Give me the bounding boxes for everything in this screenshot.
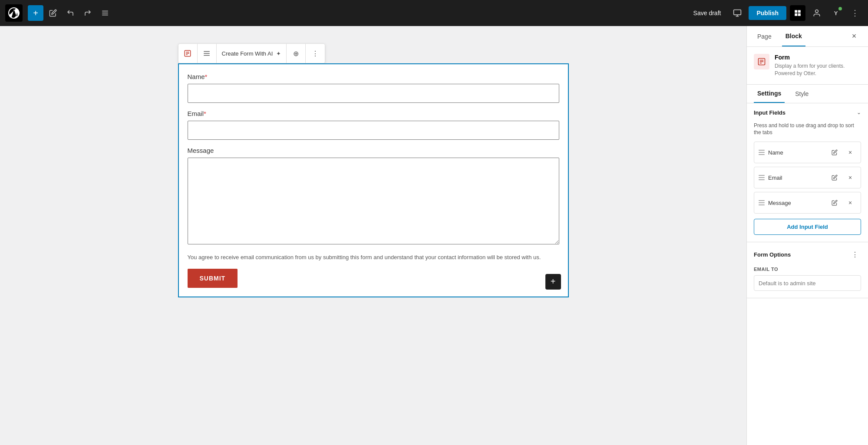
form-block: Name* Email* Message bbox=[178, 63, 569, 297]
svg-rect-6 bbox=[795, 10, 797, 13]
pencil-edit-message-icon bbox=[832, 200, 838, 206]
add-block-button[interactable]: + bbox=[28, 5, 43, 21]
align-button[interactable] bbox=[198, 44, 217, 63]
undo-button[interactable] bbox=[63, 5, 78, 21]
topbar: + Save draft bbox=[0, 0, 868, 26]
message-textarea[interactable] bbox=[188, 158, 559, 244]
create-form-label: Create Form With AI ✦ bbox=[217, 44, 287, 63]
form-icon bbox=[184, 49, 191, 57]
field-name-email: Email bbox=[768, 175, 825, 181]
field-item-message: Message × bbox=[754, 192, 861, 214]
more-block-options-button[interactable]: ⋮ bbox=[306, 44, 325, 63]
editor-content: Create Form With AI ✦ ⊕ ⋮ Name* bbox=[178, 43, 569, 428]
drag-handle-name[interactable] bbox=[759, 150, 765, 155]
chevron-up-icon: ⌄ bbox=[857, 109, 861, 115]
block-info-title: Form bbox=[775, 54, 861, 61]
save-draft-button[interactable]: Save draft bbox=[688, 7, 726, 19]
more-options-icon: ⋮ bbox=[312, 49, 319, 58]
field-remove-email-button[interactable]: × bbox=[844, 171, 856, 184]
email-label: Email* bbox=[188, 110, 559, 117]
list-view-button[interactable] bbox=[97, 5, 113, 21]
field-edit-email-button[interactable] bbox=[828, 171, 841, 184]
align-icon bbox=[203, 49, 211, 57]
plus-inline-icon: + bbox=[551, 277, 556, 287]
input-fields-hint: Press and hold to use drag and drop to s… bbox=[754, 122, 861, 137]
editor-area: Create Form With AI ✦ ⊕ ⋮ Name* bbox=[0, 26, 746, 445]
right-sidebar: Page Block × Form Display a form for you… bbox=[746, 26, 868, 445]
form-icon-button[interactable] bbox=[178, 44, 198, 63]
svg-rect-9 bbox=[798, 13, 801, 16]
field-edit-message-button[interactable] bbox=[828, 197, 841, 209]
name-label: Name* bbox=[188, 73, 559, 80]
move-icon: ⊕ bbox=[293, 49, 299, 58]
add-block-inline-button[interactable]: + bbox=[545, 274, 561, 290]
drag-handle-email[interactable] bbox=[759, 175, 765, 180]
name-field-group: Name* bbox=[188, 73, 559, 103]
user-button[interactable] bbox=[809, 5, 825, 21]
email-to-label: EMAIL TO bbox=[754, 267, 861, 272]
more-options-button[interactable]: ⋮ bbox=[847, 5, 863, 21]
redo-button[interactable] bbox=[80, 5, 96, 21]
plus-icon: + bbox=[33, 8, 38, 18]
email-label-text: Email bbox=[188, 110, 204, 117]
pencil-edit-icon bbox=[832, 149, 838, 155]
tab-settings[interactable]: Settings bbox=[754, 85, 785, 103]
yoast-badge bbox=[838, 7, 842, 10]
input-fields-title: Input Fields bbox=[754, 109, 785, 116]
topbar-right: Save draft Publish Y bbox=[688, 5, 863, 21]
input-fields-body: Press and hold to use drag and drop to s… bbox=[747, 122, 868, 242]
block-toolbar: Create Form With AI ✦ ⊕ ⋮ bbox=[178, 43, 326, 63]
edit-button[interactable] bbox=[45, 5, 61, 21]
svg-rect-3 bbox=[734, 10, 741, 15]
close-message-icon: × bbox=[848, 199, 852, 206]
field-remove-name-button[interactable]: × bbox=[844, 146, 856, 158]
consent-text: You agree to receive email communication… bbox=[188, 253, 559, 262]
block-view-button[interactable] bbox=[790, 5, 805, 21]
ellipsis-vertical-icon: ⋮ bbox=[851, 8, 859, 18]
input-fields-section: Input Fields ⌄ Press and hold to use dra… bbox=[747, 103, 868, 243]
yoast-button[interactable]: Y bbox=[828, 5, 844, 21]
pencil-edit-email-icon bbox=[832, 175, 838, 181]
block-info-icon bbox=[754, 54, 769, 69]
yoast-icon: Y bbox=[834, 10, 838, 16]
block-info-text: Form Display a form for your clients. Po… bbox=[775, 54, 861, 77]
field-name-message: Message bbox=[768, 200, 825, 206]
submit-button[interactable]: SUBMIT bbox=[188, 269, 238, 288]
tab-style[interactable]: Style bbox=[792, 85, 812, 103]
field-remove-message-button[interactable]: × bbox=[844, 197, 856, 209]
drag-handle-message[interactable] bbox=[759, 200, 765, 205]
publish-button[interactable]: Publish bbox=[749, 6, 786, 20]
name-label-text: Name bbox=[188, 73, 205, 80]
field-name-name: Name bbox=[768, 149, 825, 156]
input-fields-section-header[interactable]: Input Fields ⌄ bbox=[747, 103, 868, 122]
message-label-text: Message bbox=[188, 147, 214, 154]
monitor-icon bbox=[733, 9, 742, 17]
email-to-section: EMAIL TO bbox=[747, 267, 868, 298]
form-options-header[interactable]: Form Options ⋮ bbox=[747, 242, 868, 267]
close-email-icon: × bbox=[848, 174, 852, 181]
form-options-title: Form Options bbox=[754, 251, 791, 258]
email-input[interactable] bbox=[188, 121, 559, 140]
name-input[interactable] bbox=[188, 84, 559, 103]
main-layout: Create Form With AI ✦ ⊕ ⋮ Name* bbox=[0, 26, 868, 445]
tab-block[interactable]: Block bbox=[782, 26, 805, 46]
list-view-icon bbox=[101, 9, 109, 17]
close-sidebar-button[interactable]: × bbox=[847, 30, 861, 43]
svg-rect-7 bbox=[798, 10, 801, 13]
block-icon bbox=[794, 9, 802, 17]
settings-tabs: Settings Style bbox=[747, 85, 868, 103]
view-button[interactable] bbox=[729, 5, 745, 21]
name-required-star: * bbox=[205, 73, 208, 80]
create-form-text: Create Form With AI bbox=[222, 50, 273, 57]
block-info: Form Display a form for your clients. Po… bbox=[747, 47, 868, 85]
user-icon bbox=[812, 9, 821, 17]
field-edit-name-button[interactable] bbox=[828, 146, 841, 158]
pencil-icon bbox=[49, 9, 57, 17]
add-input-field-button[interactable]: Add Input Field bbox=[754, 219, 861, 235]
field-item-email: Email × bbox=[754, 167, 861, 188]
move-button[interactable]: ⊕ bbox=[287, 44, 306, 63]
tab-page[interactable]: Page bbox=[754, 27, 775, 46]
form-options-menu-button[interactable]: ⋮ bbox=[849, 248, 861, 260]
sparkle-icon: ✦ bbox=[276, 50, 281, 57]
email-to-input[interactable] bbox=[754, 275, 861, 291]
